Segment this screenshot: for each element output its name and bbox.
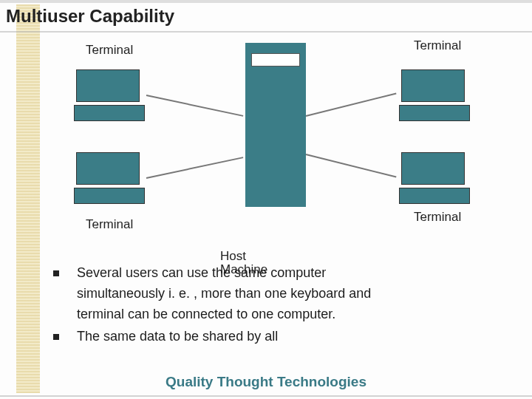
terminal-label: Terminal xyxy=(414,38,461,53)
host-label-line1: Host xyxy=(220,249,246,263)
monitor-icon xyxy=(76,152,140,185)
diagram-area: Terminal Terminal Terminal Terminal Host… xyxy=(0,35,532,265)
keyboard-icon xyxy=(74,188,145,204)
terminal-bottom-left xyxy=(74,152,142,204)
wire-top-right xyxy=(306,93,397,117)
list-item: Several users can use the same computer … xyxy=(53,263,504,325)
keyboard-icon xyxy=(399,188,470,204)
list-item: The same data to be shared by all xyxy=(53,327,504,347)
title-rule xyxy=(0,31,532,33)
terminal-top-right xyxy=(399,69,467,121)
monitor-icon xyxy=(401,69,465,102)
monitor-icon xyxy=(76,69,140,102)
terminal-label: Terminal xyxy=(86,217,133,232)
terminal-label: Terminal xyxy=(414,210,461,225)
bullet-line: simultaneously i. e. , more than one key… xyxy=(77,284,504,304)
footer-brand: Quality Thought Technologies xyxy=(0,374,532,390)
bottom-rule xyxy=(0,395,532,397)
bullet-icon xyxy=(53,270,59,276)
wire-bottom-right xyxy=(306,154,397,177)
bullet-text: The same data to be shared by all xyxy=(77,327,504,347)
keyboard-icon xyxy=(74,105,145,121)
host-machine xyxy=(245,43,306,207)
bullet-line: terminal can be connected to one compute… xyxy=(77,304,504,325)
terminal-label: Terminal xyxy=(86,43,133,58)
bullet-icon xyxy=(53,334,59,340)
wire-top-left xyxy=(146,95,243,117)
bullet-line: Several users can use the same computer xyxy=(77,265,326,280)
terminal-top-left xyxy=(74,69,142,121)
top-rule xyxy=(0,0,532,3)
page-title: Multiuser Capability xyxy=(6,6,174,27)
bullet-list: Several users can use the same computer … xyxy=(53,263,504,349)
bullet-text: Several users can use the same computer … xyxy=(77,263,504,325)
wire-bottom-left xyxy=(146,157,243,179)
monitor-icon xyxy=(401,152,465,185)
keyboard-icon xyxy=(399,105,470,121)
terminal-bottom-right xyxy=(399,152,467,204)
host-slot xyxy=(251,53,300,66)
